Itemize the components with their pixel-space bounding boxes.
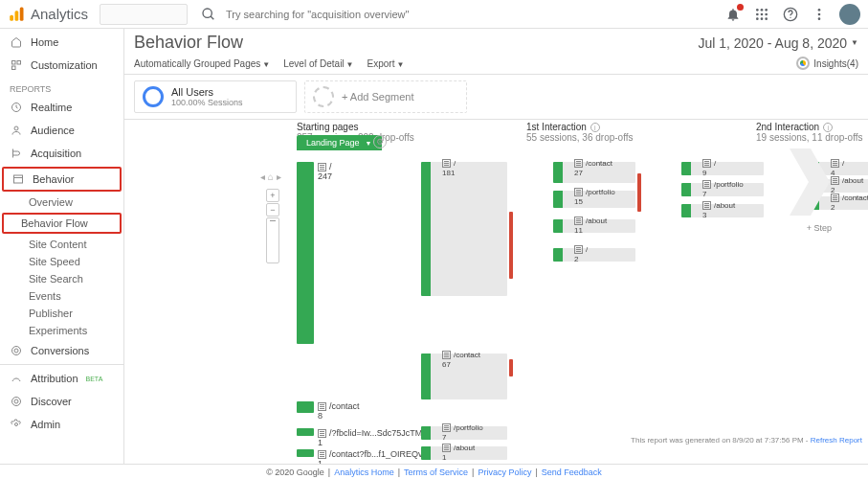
flow-settings-gear-icon[interactable]: ⚙: [373, 135, 387, 148]
insights-icon: [796, 57, 810, 70]
sidebar-sub-site-content[interactable]: Site Content: [0, 236, 123, 253]
svg-point-15: [790, 16, 790, 17]
sidebar-item-conversions[interactable]: Conversions: [0, 339, 123, 362]
landing-label: /: [318, 162, 332, 171]
sidebar-item-realtime[interactable]: Realtime: [0, 96, 123, 119]
footer-terms[interactable]: Terms of Service: [404, 468, 468, 477]
main: Behavior Flow Jul 1, 2020 - Aug 8, 2020 …: [124, 29, 868, 464]
sidebar-item-audience[interactable]: Audience: [0, 119, 123, 142]
footer-analytics-home[interactable]: Analytics Home: [334, 468, 394, 477]
search-input[interactable]: [224, 8, 488, 21]
landing-count: 247: [318, 171, 332, 181]
sidebar-item-behavior[interactable]: Behavior: [4, 169, 120, 190]
pan-left-right[interactable]: ◂ ⌂ ▸: [260, 171, 281, 182]
landing-label: /contact?fb...f1_OIREQvo: [318, 449, 428, 459]
zoom-in-button[interactable]: +: [266, 189, 279, 202]
topbar: Analytics: [0, 0, 868, 29]
report-generated-note: This report was generated on 8/9/20 at 7…: [631, 436, 862, 445]
avatar[interactable]: [839, 4, 860, 25]
search-icon[interactable]: [201, 7, 216, 22]
svg-point-9: [761, 12, 764, 15]
behavior-icon: [11, 172, 25, 186]
page-icon: [318, 163, 326, 171]
sidebar-sub-experiments[interactable]: Experiments: [0, 322, 123, 339]
dropoff-indicator: [509, 359, 513, 376]
notifications-icon[interactable]: [724, 6, 742, 23]
segment-sub: 100.00% Sessions: [171, 98, 243, 107]
sidebar-item-home[interactable]: Home: [0, 31, 123, 54]
sidebar-sub-site-speed[interactable]: Site Speed: [0, 253, 123, 270]
help-icon[interactable]: [782, 6, 799, 23]
refresh-report-link[interactable]: Refresh Report: [811, 436, 862, 445]
sidebar-item-customization[interactable]: Customization: [0, 54, 123, 77]
svg-rect-24: [14, 175, 23, 183]
flow-canvas[interactable]: Starting pages 257 sessions, 202 drop-of…: [124, 120, 868, 464]
svg-rect-2: [20, 7, 24, 20]
landing-count: 1: [318, 438, 323, 447]
zoom-slider[interactable]: [266, 217, 279, 263]
sidebar-label: Attribution: [31, 373, 78, 384]
sidebar-sub-overview[interactable]: Overview: [0, 194, 123, 211]
landing-node[interactable]: [297, 401, 314, 413]
more-icon[interactable]: [811, 6, 828, 23]
flow-node[interactable]: /portfolio7: [421, 426, 507, 440]
info-icon[interactable]: i: [590, 123, 600, 132]
sidebar-item-discover[interactable]: Discover: [0, 390, 123, 413]
date-range-picker[interactable]: Jul 1, 2020 - Aug 8, 2020 ▼: [698, 35, 858, 51]
flow-node[interactable]: /181: [421, 162, 507, 296]
svg-point-10: [765, 12, 768, 15]
flow-node[interactable]: /about11: [553, 219, 635, 233]
sidebar-item-admin[interactable]: Admin: [0, 413, 123, 436]
sidebar-sub-site-search[interactable]: Site Search: [0, 270, 123, 287]
chevron-down-icon: ▼: [851, 38, 858, 47]
flow-node[interactable]: /contact67: [421, 354, 507, 399]
sidebar-sub-publisher[interactable]: Publisher: [0, 305, 123, 322]
flow-node[interactable]: /portfolio7: [681, 183, 764, 196]
sidebar-item-acquisition[interactable]: Acquisition: [0, 142, 123, 165]
attribution-icon: [10, 372, 23, 385]
flow-node[interactable]: /about1: [421, 446, 507, 460]
ctrl-grouped-pages[interactable]: Automatically Grouped Pages▼: [134, 58, 270, 69]
insights-button[interactable]: Insights(4): [796, 57, 858, 70]
landing-node[interactable]: [297, 449, 314, 457]
top-icons: [724, 4, 860, 25]
footer-feedback[interactable]: Send Feedback: [542, 468, 602, 477]
next-step-arrow-icon[interactable]: [790, 148, 830, 216]
sidebar-sub-events[interactable]: Events: [0, 287, 123, 305]
add-step-button[interactable]: + Step: [807, 223, 832, 233]
segment-add[interactable]: + Add Segment: [304, 80, 467, 113]
svg-rect-21: [12, 66, 16, 70]
landing-node[interactable]: [297, 162, 314, 344]
sidebar: Home Customization Reports Realtime Audi…: [0, 29, 124, 464]
account-selector[interactable]: [100, 4, 188, 25]
apps-icon[interactable]: [753, 6, 770, 23]
clock-icon: [10, 101, 23, 114]
footer-links: © 2020 Google |Analytics Home |Terms of …: [0, 464, 868, 479]
sidebar-item-attribution[interactable]: AttributionBETA: [0, 367, 123, 390]
segment-add-label: + Add Segment: [342, 91, 414, 103]
flow-area: /247/contact8/?fbclid=Iw...Sdc75JcTMc1/c…: [297, 154, 868, 464]
svg-line-4: [211, 16, 213, 19]
flow-node[interactable]: /9: [681, 162, 764, 175]
info-icon[interactable]: i: [823, 123, 833, 132]
logo-block[interactable]: Analytics: [8, 6, 88, 23]
svg-point-28: [12, 398, 21, 406]
col-2nd: 2nd Interactioni 19 sessions, 11 drop-of…: [756, 122, 868, 143]
analytics-logo-icon: [8, 6, 25, 23]
flow-node[interactable]: /2: [553, 248, 635, 262]
zoom-out-button[interactable]: −: [266, 203, 279, 217]
flow-node[interactable]: /portfolio15: [553, 191, 635, 208]
page-icon: [831, 176, 839, 185]
page-icon: [318, 402, 326, 411]
sidebar-sub-behavior-flow[interactable]: Behavior Flow: [4, 215, 120, 232]
dimension-selector[interactable]: Landing Page▼: [297, 135, 382, 150]
flow-node[interactable]: /about3: [681, 204, 764, 217]
page-icon: [318, 450, 326, 459]
segment-all-users[interactable]: All Users 100.00% Sessions: [134, 80, 297, 113]
ctrl-export[interactable]: Export▼: [367, 58, 405, 69]
sidebar-label: Behavior: [33, 173, 74, 185]
ctrl-level-of-detail[interactable]: Level of Detail▼: [283, 58, 353, 69]
footer-privacy[interactable]: Privacy Policy: [478, 468, 531, 477]
landing-node[interactable]: [297, 428, 314, 436]
flow-node[interactable]: /contact27: [553, 162, 635, 183]
